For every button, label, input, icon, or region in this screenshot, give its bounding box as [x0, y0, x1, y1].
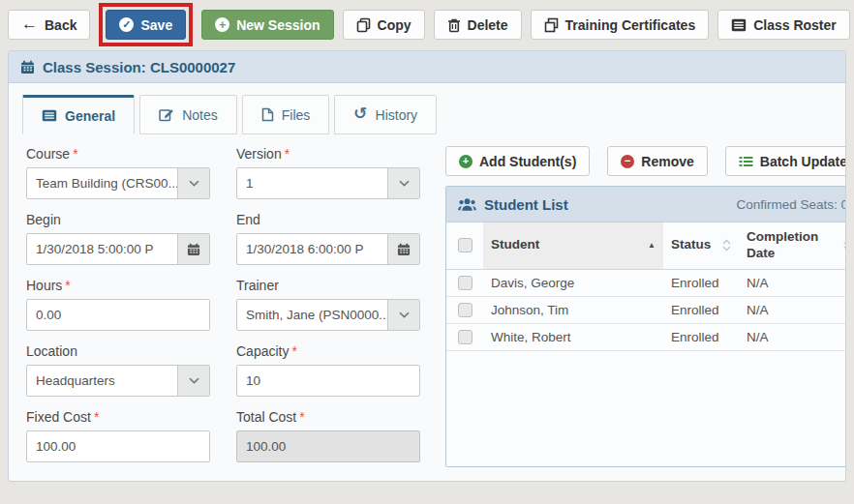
- class-roster-label: Class Roster: [753, 17, 837, 33]
- new-session-button[interactable]: + New Session: [201, 10, 333, 40]
- student-name-cell: Johnson, Tim: [483, 297, 663, 323]
- required-asterisk: *: [299, 409, 304, 425]
- green-list-icon: [739, 156, 753, 167]
- select-all-checkbox[interactable]: [458, 238, 473, 252]
- row-checkbox[interactable]: [458, 276, 473, 290]
- column-header-student[interactable]: Student ▲: [483, 222, 663, 269]
- page-title: Class Session: CLS0000027: [43, 59, 235, 75]
- location-select[interactable]: Headquarters: [26, 365, 210, 397]
- begin-label: Begin: [26, 212, 210, 227]
- student-status-cell: Enrolled: [663, 297, 739, 323]
- delete-button[interactable]: Delete: [434, 10, 522, 40]
- trainer-label: Trainer: [236, 278, 420, 293]
- version-select[interactable]: 1: [236, 167, 420, 199]
- course-field-group: Course* Team Building (CRS00...: [26, 146, 210, 199]
- tab-history[interactable]: ↺ History: [334, 95, 437, 134]
- batch-update-label: Batch Update: [760, 154, 846, 169]
- calendar-icon[interactable]: [387, 234, 419, 264]
- copy-icon: [356, 17, 371, 33]
- add-students-button[interactable]: + Add Student(s): [445, 146, 590, 176]
- save-highlight-annotation: ✓ Save: [99, 3, 193, 46]
- list-box-icon: [42, 109, 57, 122]
- student-list-header: Student List Confirmed Seats: 0: [446, 187, 846, 222]
- begin-datetime-value: 1/30/2018 5:00:00 P: [27, 234, 177, 264]
- column-header-completion-label: Completion Date: [747, 229, 818, 262]
- hours-field-group: Hours*: [26, 278, 210, 331]
- row-checkbox[interactable]: [458, 330, 473, 344]
- remove-student-label: Remove: [641, 154, 693, 169]
- certificates-icon: [544, 17, 559, 33]
- users-icon: [458, 197, 476, 212]
- confirmed-seats-count: Confirmed Seats: 0: [736, 197, 846, 212]
- row-checkbox[interactable]: [458, 303, 473, 317]
- chevron-down-icon[interactable]: [387, 168, 419, 198]
- tab-files[interactable]: Files: [242, 95, 330, 134]
- chevron-down-icon[interactable]: [177, 168, 209, 198]
- end-datetime-value: 1/30/2018 6:00:00 P: [237, 234, 387, 264]
- tab-notes-label: Notes: [182, 107, 218, 123]
- trainer-field-group: Trainer Smith, Jane (PSN0000...: [236, 278, 420, 331]
- course-select[interactable]: Team Building (CRS00...: [26, 167, 210, 199]
- calendar-icon: [20, 60, 35, 74]
- back-button-label: Back: [45, 17, 76, 33]
- trainer-select[interactable]: Smith, Jane (PSN0000...: [236, 299, 420, 331]
- column-header-completion-date[interactable]: Completion Date: [739, 222, 846, 269]
- begin-datetime-input[interactable]: 1/30/2018 5:00:00 P: [26, 233, 210, 265]
- student-table-header: Student ▲ Status: [446, 222, 846, 270]
- save-button[interactable]: ✓ Save: [106, 10, 186, 40]
- batch-update-button[interactable]: Batch Update: [725, 146, 846, 176]
- student-row[interactable]: Johnson, Tim Enrolled N/A: [446, 297, 846, 324]
- student-row[interactable]: Davis, George Enrolled N/A: [446, 270, 846, 297]
- capacity-field-group: Capacity*: [236, 343, 420, 397]
- row-checkbox-cell: [446, 324, 483, 350]
- location-label: Location: [26, 343, 210, 359]
- session-form: Course* Team Building (CRS00... Version*…: [26, 146, 420, 471]
- student-table: Student ▲ Status: [446, 222, 846, 351]
- copy-button-label: Copy: [378, 17, 412, 33]
- hours-input[interactable]: [26, 299, 210, 331]
- class-roster-button[interactable]: Class Roster: [717, 10, 850, 40]
- trainer-select-value: Smith, Jane (PSN0000...: [237, 300, 387, 330]
- tab-files-label: Files: [282, 107, 311, 123]
- version-field-group: Version* 1: [236, 146, 420, 199]
- minus-circle-icon: −: [621, 155, 634, 168]
- calendar-icon[interactable]: [177, 234, 209, 264]
- new-session-button-label: New Session: [236, 17, 320, 33]
- column-header-status-label: Status: [671, 237, 711, 253]
- fixed-cost-label: Fixed Cost*: [26, 409, 210, 425]
- fixed-cost-input[interactable]: [26, 430, 210, 462]
- plus-circle-icon: +: [215, 17, 229, 32]
- check-circle-icon: ✓: [119, 17, 134, 32]
- completion-date-cell: N/A: [739, 270, 846, 296]
- copy-button[interactable]: Copy: [343, 10, 425, 40]
- student-row[interactable]: White, Robert Enrolled N/A: [446, 324, 846, 351]
- student-name-cell: White, Robert: [483, 324, 663, 350]
- back-button[interactable]: ← Back: [8, 10, 90, 40]
- student-list-title: Student List: [458, 196, 568, 213]
- roster-list-icon: [731, 18, 747, 32]
- tab-general-label: General: [65, 108, 115, 124]
- end-label: End: [236, 212, 420, 227]
- chevron-down-icon[interactable]: [177, 366, 209, 396]
- sort-ascending-icon: ▲: [648, 241, 656, 251]
- tab-general[interactable]: General: [22, 95, 135, 134]
- student-status-cell: Enrolled: [663, 270, 739, 296]
- column-header-status[interactable]: Status: [663, 222, 739, 269]
- remove-student-button[interactable]: − Remove: [607, 146, 707, 176]
- row-checkbox-cell: [446, 297, 483, 323]
- completion-date-cell: N/A: [739, 297, 846, 323]
- student-actions: + Add Student(s) − Remove Batch Update: [445, 146, 846, 176]
- end-datetime-input[interactable]: 1/30/2018 6:00:00 P: [236, 233, 420, 265]
- required-asterisk: *: [285, 146, 290, 162]
- total-cost-label: Total Cost*: [236, 409, 420, 425]
- tab-notes[interactable]: Notes: [139, 95, 237, 134]
- add-students-label: Add Student(s): [479, 154, 576, 169]
- capacity-input[interactable]: [236, 365, 420, 397]
- version-label: Version*: [236, 146, 420, 162]
- training-certificates-button[interactable]: Training Certificates: [531, 10, 710, 40]
- total-cost-input: [236, 430, 420, 462]
- course-label: Course*: [26, 146, 210, 162]
- delete-button-label: Delete: [468, 17, 508, 33]
- sort-both-icon: [843, 239, 846, 252]
- chevron-down-icon[interactable]: [387, 300, 419, 330]
